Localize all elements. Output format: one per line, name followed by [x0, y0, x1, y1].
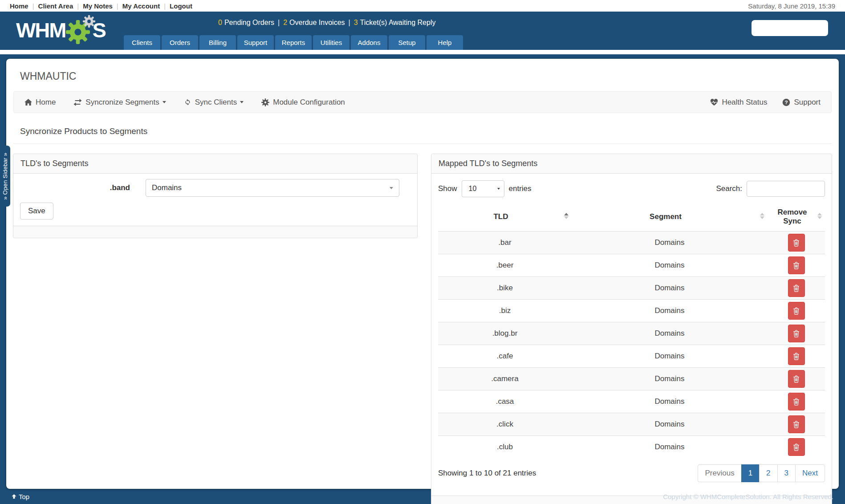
topbar-link-client-area[interactable]: Client Area	[38, 2, 73, 10]
delete-sync-button[interactable]	[788, 393, 805, 411]
main-nav: Clients Orders Billing Support Reports U…	[124, 35, 464, 50]
mapped-tlds-table: TLD Segment Remove Sync	[438, 203, 825, 458]
table-search-input[interactable]	[747, 181, 825, 197]
pagination-previous[interactable]: Previous	[698, 464, 741, 482]
tab-clients[interactable]: Clients	[124, 35, 160, 50]
page-footer: Top Copyright © WHMCompleteSolution. All…	[0, 489, 845, 504]
trash-icon	[793, 307, 800, 315]
delete-sync-button[interactable]	[788, 370, 805, 388]
column-header-segment[interactable]: Segment	[572, 203, 768, 232]
delete-sync-button[interactable]	[788, 347, 805, 365]
tab-support[interactable]: Support	[237, 35, 274, 50]
module-nav-support[interactable]: ? Support	[782, 98, 821, 107]
trash-icon	[793, 421, 800, 428]
module-nav-sync-clients[interactable]: Sync Clients	[184, 98, 244, 107]
trash-icon	[793, 398, 800, 406]
trash-icon	[793, 285, 800, 292]
segment-cell: Domains	[572, 345, 768, 368]
header-search	[752, 20, 828, 36]
header-search-input[interactable]	[759, 24, 845, 32]
admin-alerts: 0 Pending Orders | 2 Overdue Invoices | …	[218, 19, 435, 27]
delete-sync-button[interactable]	[788, 325, 805, 342]
tickets-alert[interactable]: 3 Ticket(s) Awaiting Reply	[354, 19, 436, 27]
chevron-down-icon	[162, 101, 166, 103]
module-nav-sync-segments[interactable]: Syncronize Segments	[73, 98, 166, 107]
table-row: .bike Domains	[438, 277, 825, 300]
tab-orders[interactable]: Orders	[162, 35, 198, 50]
chevron-down-icon	[240, 101, 244, 103]
overdue-invoices-alert[interactable]: 2 Overdue Invoices	[283, 19, 345, 27]
tld-cell: .bike	[438, 277, 572, 300]
delete-sync-button[interactable]	[788, 302, 805, 320]
pagination-page-2[interactable]: 2	[759, 464, 777, 482]
topbar-link-home[interactable]: Home	[10, 2, 28, 10]
column-header-tld[interactable]: TLD	[438, 203, 572, 232]
tab-utilities[interactable]: Utilities	[313, 35, 349, 50]
topbar-link-logout[interactable]: Logout	[170, 2, 192, 10]
tld-cell: .bar	[438, 232, 572, 254]
divider	[13, 143, 832, 144]
delete-sync-button[interactable]	[788, 234, 805, 252]
column-header-remove-sync[interactable]: Remove Sync	[768, 203, 825, 232]
trash-icon	[793, 330, 800, 337]
sync-icon	[184, 98, 191, 106]
back-to-top-link[interactable]: Top	[12, 493, 29, 500]
pagination-next[interactable]: Next	[795, 464, 825, 482]
tab-help[interactable]: Help	[427, 35, 463, 50]
tld-cell: .casa	[438, 390, 572, 413]
tab-addons[interactable]: Addons	[351, 35, 387, 50]
delete-sync-button[interactable]	[788, 415, 805, 433]
overdue-invoices-count: 2	[283, 19, 287, 27]
delete-sync-button[interactable]	[788, 438, 805, 456]
logo-text-prefix: WHM	[16, 15, 65, 46]
tab-billing[interactable]: Billing	[199, 35, 236, 50]
pending-orders-alert[interactable]: 0 Pending Orders	[218, 19, 274, 27]
topbar-link-my-notes[interactable]: My Notes	[83, 2, 113, 10]
tld-cell: .blog.br	[438, 322, 572, 345]
segment-cell: Domains	[572, 322, 768, 345]
heartbeat-icon	[710, 99, 718, 106]
topbar-link-my-account[interactable]: My Account	[122, 2, 160, 10]
arrow-up-icon	[12, 494, 16, 499]
segment-cell: Domains	[572, 254, 768, 277]
tab-reports[interactable]: Reports	[275, 35, 312, 50]
search-label: Search:	[716, 184, 742, 193]
table-row: .bar Domains	[438, 232, 825, 254]
panel-title: TLD's to Segments	[13, 154, 417, 174]
panel-footer	[13, 226, 417, 238]
segment-cell: Domains	[572, 300, 768, 322]
sort-icon	[564, 213, 569, 219]
delete-sync-button[interactable]	[788, 256, 805, 274]
table-row: .beer Domains	[438, 254, 825, 277]
pending-orders-count: 0	[218, 19, 222, 27]
module-nav-module-configuration[interactable]: Module Configuration	[261, 98, 345, 107]
question-circle-icon: ?	[782, 98, 790, 106]
delete-sync-button[interactable]	[788, 279, 805, 297]
trash-icon	[793, 443, 800, 451]
whmcs-logo[interactable]: WHM	[16, 15, 106, 46]
pagination-page-1[interactable]: 1	[741, 464, 760, 482]
svg-text:?: ?	[785, 99, 788, 105]
table-row: .camera Domains	[438, 368, 825, 390]
pagination-page-3[interactable]: 3	[777, 464, 796, 482]
tld-field-label: .band	[20, 183, 146, 192]
table-row: .blog.br Domains	[438, 322, 825, 345]
open-sidebar-tab[interactable]: » Open Sidebar »	[0, 146, 10, 207]
segment-select[interactable]: Domains	[146, 179, 399, 197]
table-body: .bar Domains .beer Domains .bike	[438, 232, 825, 459]
tld-cell: .club	[438, 436, 572, 459]
home-icon	[24, 99, 32, 106]
module-nav-health-status[interactable]: Health Status	[710, 98, 767, 107]
trash-icon	[793, 353, 800, 360]
trash-icon	[793, 262, 800, 269]
table-row: .cafe Domains	[438, 345, 825, 368]
main-header: WHM	[0, 12, 845, 50]
entries-length-select[interactable]: 10	[462, 180, 504, 197]
tab-setup[interactable]: Setup	[389, 35, 425, 50]
module-nav-home[interactable]: Home	[24, 98, 56, 107]
save-button[interactable]: Save	[20, 203, 53, 219]
tld-cell: .click	[438, 413, 572, 436]
table-row: .casa Domains	[438, 390, 825, 413]
separator: |	[32, 2, 34, 10]
page-body: » Open Sidebar » WHMAUTIC Home Syncroniz…	[0, 54, 845, 504]
